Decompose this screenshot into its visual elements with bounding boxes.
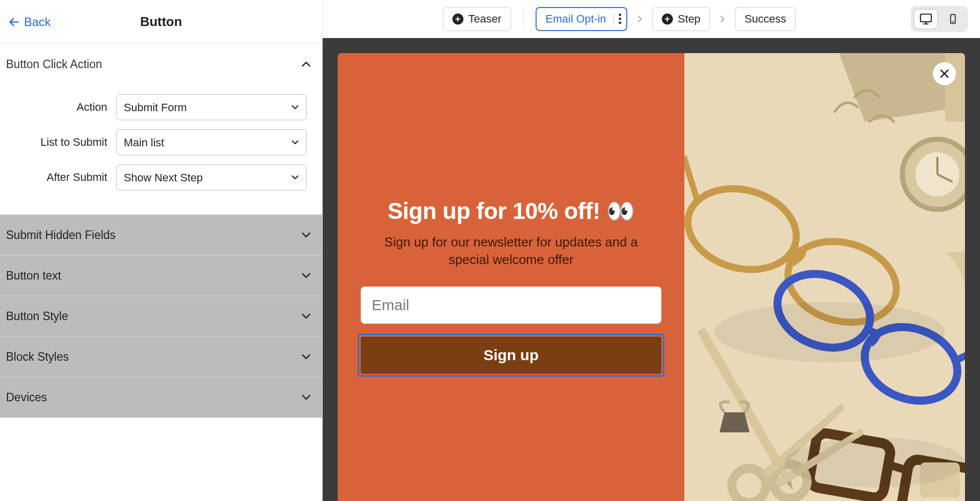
section-title: Button Click Action — [6, 58, 102, 71]
device-toggle — [911, 6, 968, 32]
section-head-block-styles[interactable]: Block Styles — [0, 337, 322, 377]
plus-circle-icon: + — [452, 14, 463, 25]
row-action: Action Submit Form — [6, 94, 316, 120]
section-hidden-fields: Submit Hidden Fields — [0, 215, 322, 256]
svg-point-31 — [714, 302, 945, 362]
chevron-down-icon — [299, 269, 313, 283]
step-teaser[interactable]: + Teaser — [443, 7, 511, 31]
select-list[interactable]: Main list — [116, 129, 307, 155]
step-email-optin-label: Email Opt-in — [546, 13, 606, 26]
label-after: After Submit — [6, 171, 116, 184]
section-devices: Devices — [0, 377, 322, 418]
label-list: List to Submit — [6, 136, 116, 149]
section-content-click-action: Action Submit Form List to Submit Main l… — [0, 84, 322, 214]
chevron-up-icon — [299, 57, 313, 71]
step-success-label: Success — [745, 13, 786, 26]
section-button-click-action: Button Click Action Action Submit Form L… — [0, 44, 322, 215]
popup-preview: Sign up for 10% off! 👀 Sign up for our n… — [338, 53, 965, 501]
section-title: Button text — [6, 269, 61, 283]
popup-close-button[interactable] — [933, 62, 956, 85]
sidebar-header: Back Button — [0, 0, 322, 44]
section-title: Submit Hidden Fields — [6, 228, 116, 242]
popup-subtext[interactable]: Sign up for our newsletter for updates a… — [376, 233, 646, 269]
svg-point-32 — [785, 437, 965, 487]
popup-signup-button[interactable]: Sign up — [361, 337, 661, 374]
chevron-down-icon — [299, 228, 313, 242]
kebab-icon[interactable] — [613, 14, 621, 24]
popup-email-input[interactable] — [361, 287, 661, 324]
section-button-text: Button text — [0, 256, 322, 296]
chevron-right-icon — [634, 14, 645, 25]
svg-rect-1 — [920, 14, 931, 22]
svg-marker-25 — [719, 412, 750, 432]
section-head-button-style[interactable]: Button Style — [0, 296, 322, 336]
step-success[interactable]: Success — [735, 7, 796, 31]
mobile-icon — [947, 14, 958, 25]
label-action: Action — [6, 101, 116, 114]
arrow-left-icon — [8, 16, 20, 28]
back-button[interactable]: Back — [8, 15, 51, 29]
popup-image-panel[interactable] — [684, 53, 965, 501]
step-email-optin[interactable]: Email Opt-in — [536, 7, 627, 31]
chevron-down-icon — [299, 350, 313, 364]
select-after[interactable]: Show Next Step — [116, 164, 307, 190]
row-after: After Submit Show Next Step — [6, 164, 316, 190]
section-title: Devices — [6, 391, 47, 404]
preview-canvas: Sign up for 10% off! 👀 Sign up for our n… — [323, 38, 980, 501]
plus-circle-icon: + — [662, 14, 673, 25]
step-step[interactable]: + Step — [652, 7, 710, 31]
popup-heading[interactable]: Sign up for 10% off! 👀 — [387, 197, 634, 224]
section-title: Button Style — [6, 310, 68, 323]
section-head-devices[interactable]: Devices — [0, 377, 322, 417]
editor-topbar: + Teaser Email Opt-in + Step Success — [323, 0, 980, 38]
chevron-down-icon — [299, 390, 313, 404]
section-title: Block Styles — [6, 350, 69, 364]
main-canvas: + Teaser Email Opt-in + Step Success — [323, 0, 980, 501]
close-icon — [938, 68, 950, 80]
section-head-button-text[interactable]: Button text — [0, 256, 322, 296]
divider — [523, 10, 524, 29]
section-head-hidden-fields[interactable]: Submit Hidden Fields — [0, 215, 322, 255]
chevron-right-icon — [717, 14, 728, 25]
back-label: Back — [24, 15, 51, 29]
section-head-click-action[interactable]: Button Click Action — [0, 44, 322, 84]
step-step-label: Step — [678, 13, 700, 26]
row-list: List to Submit Main list — [6, 129, 316, 155]
select-action[interactable]: Submit Form — [116, 94, 307, 120]
popup-left-panel: Sign up for 10% off! 👀 Sign up for our n… — [338, 53, 684, 501]
chevron-down-icon — [299, 309, 313, 323]
product-illustration — [684, 53, 965, 501]
device-desktop[interactable] — [914, 9, 938, 29]
step-teaser-label: Teaser — [468, 13, 502, 26]
section-button-style: Button Style — [0, 296, 322, 337]
settings-sidebar: Back Button Button Click Action Action S… — [0, 0, 323, 501]
popup-button-selection[interactable]: Sign up — [358, 334, 664, 377]
device-mobile[interactable] — [941, 9, 965, 29]
monitor-icon — [919, 13, 932, 26]
section-block-styles: Block Styles — [0, 337, 322, 377]
